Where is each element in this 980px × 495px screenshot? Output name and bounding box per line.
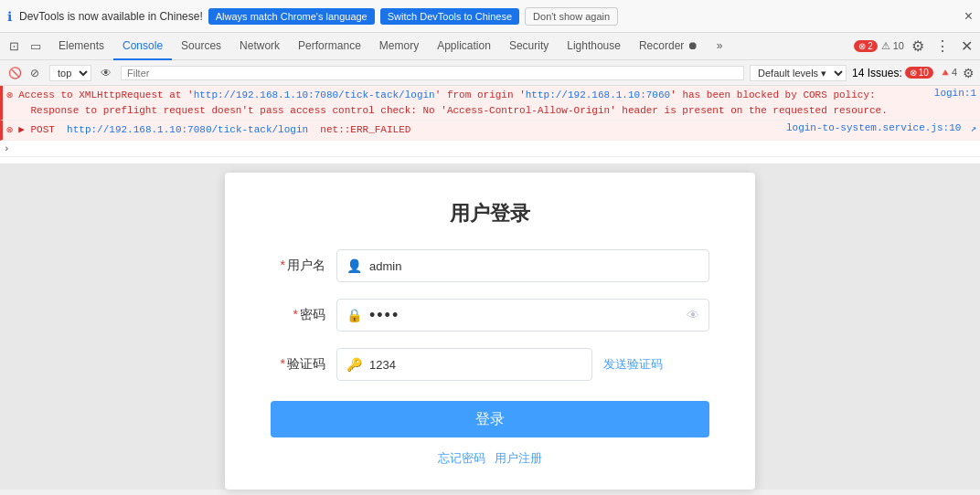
settings-button[interactable]: ⚙ bbox=[908, 37, 928, 55]
external-link-icon[interactable]: ↗ bbox=[970, 122, 976, 134]
post-method: ▶ POST bbox=[18, 124, 60, 135]
levels-select[interactable]: Default levels ▾ bbox=[750, 65, 847, 81]
context-select[interactable]: top bbox=[49, 65, 91, 81]
verify-input[interactable] bbox=[369, 358, 582, 372]
warn-count: 10 bbox=[893, 40, 904, 51]
login-button[interactable]: 登录 bbox=[271, 401, 709, 437]
issues-count: 14 Issues: ⊗ 10 🔺4 bbox=[852, 67, 957, 79]
login-card: 用户登录 *用户名 👤 *密码 🔒 👁 *验证码 bbox=[225, 173, 755, 490]
post-error-text: ▶ POST http://192.168.1.10:7080/tick-tac… bbox=[18, 122, 781, 138]
cors-error-text: Access to XMLHttpRequest at 'http://192.… bbox=[18, 88, 929, 118]
inspect-icon[interactable]: ⊡ bbox=[4, 37, 24, 57]
warn-count-badge: ⚠ 10 bbox=[881, 40, 904, 52]
tab-application[interactable]: Application bbox=[428, 33, 500, 60]
username-required: * bbox=[281, 258, 285, 272]
footer-links: 忘记密码 用户注册 bbox=[271, 450, 709, 467]
toolbar-left-icons: ⊡ ▭ bbox=[4, 37, 46, 57]
toggle-password-icon[interactable]: 👁 bbox=[687, 308, 699, 322]
issues-error-badge: ⊗ 10 bbox=[905, 67, 933, 79]
error-count: 2 bbox=[868, 41, 873, 51]
user-icon: 👤 bbox=[346, 258, 362, 273]
username-row: *用户名 👤 bbox=[271, 249, 709, 282]
verify-row: *验证码 🔑 发送验证码 bbox=[271, 348, 709, 381]
filter-left-icons: 🚫 ⊘ bbox=[5, 64, 44, 82]
devtools-toolbar: ⊡ ▭ Elements Console Sources Network Per… bbox=[0, 33, 980, 60]
verify-icon: 🔑 bbox=[346, 357, 362, 372]
tab-recorder[interactable]: Recorder ⏺ bbox=[630, 33, 708, 60]
tab-more[interactable]: » bbox=[708, 33, 732, 60]
tab-security[interactable]: Security bbox=[500, 33, 558, 60]
cors-error-source-link[interactable]: login:1 bbox=[934, 88, 976, 99]
cors-origin-link[interactable]: http://192.168.1.10:7060 bbox=[526, 90, 670, 100]
tab-lighthouse[interactable]: Lighthouse bbox=[558, 33, 630, 60]
issues-warn-badge: 🔺4 bbox=[939, 67, 957, 79]
clear-console-icon[interactable]: 🚫 bbox=[5, 64, 24, 82]
webpage-area: 用户登录 *用户名 👤 *密码 🔒 👁 *验证码 bbox=[0, 163, 980, 490]
post-url-link[interactable]: http://192.168.1.10:7080/tick-tack/login bbox=[67, 124, 308, 135]
tab-list: Elements Console Sources Network Perform… bbox=[49, 33, 731, 60]
username-label: *用户名 bbox=[271, 258, 325, 274]
switch-chinese-button[interactable]: Switch DevTools to Chinese bbox=[380, 8, 519, 25]
forgot-password-link[interactable]: 忘记密码 bbox=[438, 450, 485, 467]
tab-console[interactable]: Console bbox=[113, 33, 172, 60]
match-language-button[interactable]: Always match Chrome's language bbox=[208, 8, 375, 25]
cors-url1-link[interactable]: http://192.168.1.10:7080/tick-tack/login bbox=[194, 90, 435, 100]
password-required: * bbox=[293, 307, 298, 321]
tab-sources[interactable]: Sources bbox=[172, 33, 230, 60]
register-link[interactable]: 用户注册 bbox=[495, 450, 542, 467]
issues-error-icon: ⊗ bbox=[910, 68, 917, 78]
dont-show-button[interactable]: Don't show again bbox=[525, 7, 618, 26]
close-devtools-button[interactable]: ✕ bbox=[957, 37, 976, 55]
console-row-chevron: › bbox=[0, 141, 980, 157]
device-icon[interactable]: ▭ bbox=[26, 37, 46, 57]
password-input-wrap: 🔒 👁 bbox=[336, 299, 709, 332]
info-icon: ℹ bbox=[7, 9, 12, 24]
verify-required: * bbox=[281, 356, 285, 371]
username-input[interactable] bbox=[369, 259, 699, 273]
error-row2-icon: ⊗ bbox=[6, 123, 13, 137]
issues-error-count: 10 bbox=[919, 68, 929, 78]
notif-text: DevTools is now available in Chinese! bbox=[19, 10, 203, 23]
password-label: *密码 bbox=[271, 307, 325, 323]
console-row-cors-error: ⊗ Access to XMLHttpRequest at 'http://19… bbox=[0, 86, 980, 121]
login-title: 用户登录 bbox=[271, 200, 709, 227]
filter-toggle-icon[interactable]: ⊘ bbox=[26, 64, 44, 82]
verify-input-wrap: 🔑 bbox=[336, 348, 592, 381]
username-input-wrap: 👤 bbox=[336, 249, 709, 282]
post-error-source-link[interactable]: login-to-system.service.js:10 bbox=[786, 122, 961, 133]
lock-icon: 🔒 bbox=[346, 308, 362, 322]
eye-icon[interactable]: 👁 bbox=[97, 64, 115, 82]
more-menu-button[interactable]: ⋮ bbox=[932, 37, 953, 55]
toolbar-right: ⊗ 2 ⚠ 10 ⚙ ⋮ ✕ bbox=[854, 37, 976, 55]
post-status: net::ERR_FAILED bbox=[314, 124, 411, 135]
tab-memory[interactable]: Memory bbox=[370, 33, 428, 60]
issues-label: 14 Issues: bbox=[852, 67, 902, 79]
console-row-post-error: ⊗ ▶ POST http://192.168.1.10:7080/tick-t… bbox=[0, 121, 980, 141]
issues-warn-count: 4 bbox=[952, 67, 957, 78]
tab-performance[interactable]: Performance bbox=[289, 33, 370, 60]
error-badge-icon: ⊗ bbox=[858, 41, 866, 51]
console-filter-input[interactable] bbox=[121, 66, 744, 80]
tab-elements[interactable]: Elements bbox=[49, 33, 113, 60]
verify-label: *验证码 bbox=[271, 356, 325, 373]
send-code-button[interactable]: 发送验证码 bbox=[603, 356, 663, 373]
console-output: ⊗ Access to XMLHttpRequest at 'http://19… bbox=[0, 86, 980, 163]
error-row-icon: ⊗ bbox=[6, 89, 13, 102]
chevron-right-icon: › bbox=[4, 143, 10, 154]
error-badge: ⊗ 2 bbox=[854, 40, 878, 52]
notification-bar: ℹ DevTools is now available in Chinese! … bbox=[0, 0, 980, 33]
password-input[interactable] bbox=[369, 306, 681, 325]
console-settings-icon[interactable]: ⚙ bbox=[963, 66, 975, 80]
console-filter-bar: 🚫 ⊘ top 👁 Default levels ▾ 14 Issues: ⊗ … bbox=[0, 60, 980, 86]
tab-network[interactable]: Network bbox=[230, 33, 289, 60]
password-row: *密码 🔒 👁 bbox=[271, 299, 709, 332]
notif-close-button[interactable]: × bbox=[964, 9, 973, 24]
